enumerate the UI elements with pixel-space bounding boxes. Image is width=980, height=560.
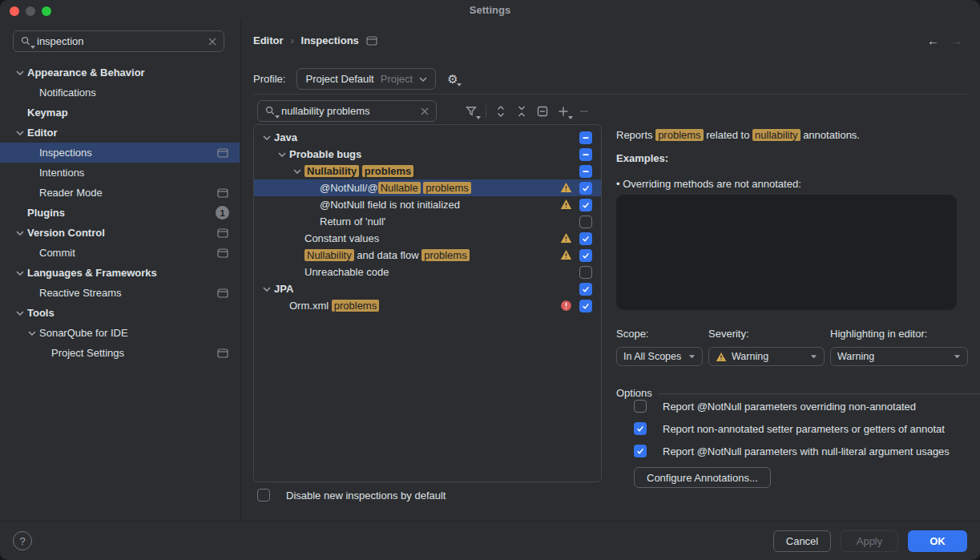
inspection-checkbox[interactable] bbox=[579, 148, 592, 161]
plugins-update-badge: 1 bbox=[216, 206, 229, 220]
expand-all-icon[interactable] bbox=[494, 105, 507, 118]
inspection-label-part: @NotNull field is not initialized bbox=[320, 199, 460, 211]
cancel-button[interactable]: Cancel bbox=[773, 530, 831, 552]
severity-select[interactable]: Warning bbox=[708, 347, 825, 366]
inspection-checkbox[interactable] bbox=[579, 131, 592, 144]
clear-search-icon[interactable] bbox=[208, 37, 217, 46]
chevron-down-icon[interactable] bbox=[13, 311, 27, 316]
settings-match-icon bbox=[217, 188, 228, 198]
help-icon[interactable]: ? bbox=[13, 531, 32, 550]
window-title: Settings bbox=[0, 4, 980, 16]
inspection-label: JPA bbox=[274, 283, 293, 295]
option-checkbox[interactable] bbox=[634, 445, 647, 457]
inspection-label: Nullability and data flow problems bbox=[304, 249, 470, 261]
sidebar-item[interactable]: Plugins 1 bbox=[0, 203, 240, 223]
chevron-down-icon[interactable] bbox=[13, 131, 27, 135]
chevron-down-icon[interactable] bbox=[260, 135, 274, 140]
inspections-search-input[interactable] bbox=[281, 105, 415, 117]
breadcrumb-editor[interactable]: Editor bbox=[253, 34, 284, 46]
highlighting-label: Highlighting in editor: bbox=[830, 328, 968, 340]
sidebar-item[interactable]: SonarQube for IDE bbox=[0, 323, 240, 343]
inspection-checkbox[interactable] bbox=[579, 232, 592, 245]
inspection-checkbox[interactable] bbox=[579, 300, 592, 312]
sidebar-item[interactable]: Languages & Frameworks bbox=[0, 263, 240, 283]
severity-group: Severity: Warning bbox=[708, 328, 825, 366]
sidebar-item[interactable]: Tools bbox=[0, 303, 240, 323]
breadcrumb-inspections: Inspections bbox=[301, 34, 359, 46]
clear-search-icon[interactable] bbox=[420, 107, 430, 116]
filter-icon[interactable] bbox=[465, 105, 478, 118]
inspection-tree-row[interactable]: JPA bbox=[254, 280, 601, 297]
sidebar-search-field[interactable] bbox=[13, 30, 224, 52]
inspection-label-part: JPA bbox=[274, 283, 293, 295]
chevron-down-icon[interactable] bbox=[13, 71, 27, 75]
inspection-label-part: Nullable bbox=[378, 182, 421, 194]
profile-scope: Project bbox=[381, 73, 413, 85]
chevron-down-icon[interactable] bbox=[13, 271, 27, 276]
chevron-down-icon[interactable] bbox=[13, 231, 27, 236]
inspections-search-field[interactable] bbox=[257, 100, 437, 122]
sidebar-item[interactable]: Intentions bbox=[0, 163, 240, 183]
chevron-down-icon[interactable] bbox=[260, 287, 274, 292]
error-icon bbox=[560, 300, 572, 312]
sidebar-item[interactable]: Keymap bbox=[0, 103, 240, 123]
sidebar-search-input[interactable] bbox=[37, 35, 203, 47]
inspection-tree-row[interactable]: Nullability and data flow problems bbox=[254, 247, 601, 264]
inspection-tree-row[interactable]: Unreachable code bbox=[254, 264, 601, 280]
chevron-down-icon[interactable] bbox=[275, 152, 289, 157]
inspection-tree-row[interactable]: Orm.xml problems bbox=[254, 297, 601, 314]
example-bullet: Overriding methods are not annotated: bbox=[616, 178, 980, 190]
highlighting-value: Warning bbox=[837, 351, 874, 362]
description-part: nullability bbox=[752, 129, 800, 141]
sidebar-item[interactable]: Reactive Streams bbox=[0, 283, 240, 303]
inspection-tree-row[interactable]: @NotNull/@Nullable problems bbox=[254, 179, 601, 196]
severity-icon bbox=[560, 300, 573, 312]
disable-new-inspections-checkbox[interactable] bbox=[257, 489, 270, 502]
inspection-checkbox[interactable] bbox=[579, 283, 592, 296]
ok-button[interactable]: OK bbox=[908, 530, 967, 552]
inspection-checkbox[interactable] bbox=[579, 199, 592, 212]
scope-select[interactable]: In All Scopes bbox=[616, 347, 703, 366]
sidebar-item[interactable]: Reader Mode bbox=[0, 183, 240, 203]
option-label: Report @NotNull parameters with null-lit… bbox=[663, 445, 950, 457]
sidebar-item[interactable]: Inspections bbox=[0, 143, 240, 163]
inspection-label-part: Return of 'null' bbox=[320, 216, 385, 228]
option-checkbox[interactable] bbox=[634, 400, 647, 413]
inspection-tree-row[interactable]: Constant values bbox=[254, 230, 601, 247]
inspection-checkbox[interactable] bbox=[579, 182, 592, 195]
chevron-down-icon[interactable] bbox=[25, 331, 39, 336]
inspection-tree-row[interactable]: Return of 'null' bbox=[254, 213, 601, 230]
option-checkbox[interactable] bbox=[634, 422, 647, 435]
checkmark-icon bbox=[635, 446, 645, 456]
sidebar-item[interactable]: Project Settings bbox=[0, 343, 240, 363]
back-icon[interactable]: ← bbox=[927, 34, 939, 47]
sidebar-item[interactable]: Editor bbox=[0, 123, 240, 143]
scope-group: Scope: In All Scopes bbox=[616, 328, 703, 366]
inspection-checkbox[interactable] bbox=[579, 165, 592, 178]
collapse-all-icon[interactable] bbox=[515, 105, 528, 118]
checkmark-icon bbox=[581, 234, 591, 244]
profile-select[interactable]: Project Default Project bbox=[296, 68, 436, 90]
sidebar-item[interactable]: Appearance & Behavior bbox=[0, 62, 240, 83]
profile-actions-button[interactable]: ⚙ bbox=[447, 73, 458, 85]
configure-annotations-button[interactable]: Configure Annotations... bbox=[634, 467, 771, 488]
settings-match-icon bbox=[217, 228, 228, 238]
scope-label: Scope: bbox=[616, 328, 703, 340]
inspection-tree-row[interactable]: Probable bugs bbox=[254, 146, 601, 163]
inspection-checkbox[interactable] bbox=[579, 249, 592, 262]
apply-button[interactable]: Apply bbox=[841, 530, 898, 552]
highlighting-select[interactable]: Warning bbox=[830, 347, 968, 366]
inspection-checkbox[interactable] bbox=[579, 266, 592, 279]
add-inspection-icon[interactable] bbox=[557, 105, 570, 118]
inspection-tree-row[interactable]: Java bbox=[254, 129, 601, 146]
sidebar-item[interactable]: Notifications bbox=[0, 83, 240, 103]
sidebar-item[interactable]: Commit bbox=[0, 243, 240, 263]
inspection-tree-row[interactable]: @NotNull field is not initialized bbox=[254, 196, 601, 213]
sidebar-item[interactable]: Version Control bbox=[0, 223, 240, 243]
checkbox-minus-icon[interactable] bbox=[536, 105, 549, 118]
inspection-label-part: Java bbox=[274, 131, 297, 143]
inspection-label-part: problems bbox=[362, 165, 414, 177]
chevron-down-icon[interactable] bbox=[290, 169, 304, 174]
inspection-tree-row[interactable]: Nullability problems bbox=[254, 163, 601, 179]
inspection-checkbox[interactable] bbox=[579, 216, 592, 228]
